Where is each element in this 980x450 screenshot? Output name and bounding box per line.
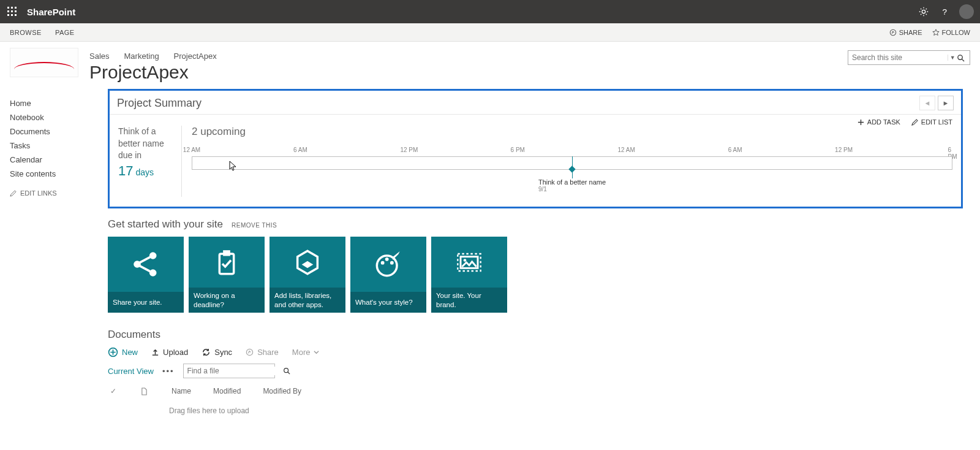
leftnav-home[interactable]: Home [10, 96, 104, 110]
svg-point-23 [385, 257, 389, 261]
svg-rect-5 [15, 10, 17, 12]
card-line3: due in [118, 150, 176, 162]
tile-label: What's your style? [355, 298, 413, 307]
tile-share-site[interactable]: Share your site. [108, 237, 184, 313]
time-label: 6 AM [728, 147, 742, 153]
svg-line-13 [962, 59, 965, 61]
sync-label: Sync [214, 348, 232, 357]
timeline-marker-text: Think of a better name 9/1 [538, 178, 606, 193]
leftnav-sitecontents[interactable]: Site contents [10, 167, 104, 181]
svg-point-9 [922, 10, 925, 13]
current-view-link[interactable]: Current View [108, 367, 154, 376]
svg-point-31 [284, 368, 288, 373]
svg-rect-6 [7, 14, 9, 16]
top-nav-sales[interactable]: Sales [89, 51, 110, 61]
svg-line-17 [140, 257, 151, 262]
ribbon-tab-page[interactable]: PAGE [55, 29, 75, 36]
edit-links-button[interactable]: EDIT LINKS [10, 189, 104, 197]
more-button[interactable]: More [292, 348, 320, 357]
find-file-input[interactable] [184, 367, 283, 375]
documents-title: Documents [108, 329, 963, 341]
timeline-labels: 12 AM6 AM12 PM6 PM12 AM6 AM12 PM6 PM [192, 147, 952, 155]
time-label: 12 AM [183, 147, 200, 153]
column-modifiedby[interactable]: Modified By [263, 387, 301, 395]
brand-label: SharePoint [27, 7, 75, 17]
svg-point-11 [890, 29, 895, 35]
share-doc-button[interactable]: Share [246, 348, 279, 357]
upcoming-heading: 2 upcoming [192, 126, 952, 138]
get-started-title: Get started with your site [108, 218, 223, 231]
marker-date: 9/1 [538, 186, 606, 193]
search-box[interactable]: ▼ [848, 50, 970, 65]
svg-point-16 [149, 269, 157, 276]
svg-rect-1 [11, 7, 13, 9]
leftnav-calendar[interactable]: Calendar [10, 153, 104, 167]
marker-label: Think of a better name [538, 178, 606, 186]
share-label: SHARE [899, 29, 922, 36]
site-title: ProjectApex [89, 62, 217, 83]
timeline-prev-button[interactable]: ◄ [919, 96, 935, 110]
svg-point-22 [381, 261, 385, 265]
find-file-go-icon[interactable] [283, 367, 290, 375]
ribbon-tab-browse[interactable]: BROWSE [10, 29, 42, 36]
tile-brand[interactable]: Your site. Your brand. [431, 237, 507, 313]
sync-button[interactable]: Sync [202, 348, 232, 357]
type-column-icon[interactable] [141, 387, 149, 395]
tile-style[interactable]: What's your style? [350, 237, 426, 313]
search-scope-dropdown-icon[interactable]: ▼ [948, 55, 957, 61]
svg-point-24 [390, 261, 394, 265]
leftnav-documents[interactable]: Documents [10, 124, 104, 139]
top-nav-marketing[interactable]: Marketing [124, 51, 159, 61]
top-nav-projectapex[interactable]: ProjectApex [174, 51, 217, 61]
svg-line-32 [287, 372, 289, 374]
share-doc-label: Share [257, 348, 279, 357]
select-all-icon[interactable]: ✓ [110, 387, 119, 395]
page-head: Sales Marketing ProjectApex ProjectApex … [0, 42, 980, 85]
avatar[interactable] [959, 4, 974, 19]
edit-list-label: EDIT LIST [921, 118, 952, 126]
project-summary-title: Project Summary [117, 97, 202, 110]
ribbon: BROWSE PAGE SHARE FOLLOW [0, 23, 980, 42]
time-label: 6 PM [511, 147, 525, 153]
tile-label: Working on a deadline? [194, 291, 260, 309]
svg-point-12 [958, 55, 962, 59]
view-options-icon[interactable]: ••• [162, 367, 175, 376]
column-modified[interactable]: Modified [213, 387, 241, 395]
tile-add-apps[interactable]: Add lists, libraries, and other apps. [270, 237, 345, 313]
upload-label: Upload [163, 348, 188, 357]
share-button[interactable]: SHARE [889, 29, 922, 36]
suite-bar: SharePoint ? [0, 0, 980, 23]
search-input[interactable] [848, 53, 948, 62]
leftnav-notebook[interactable]: Notebook [10, 110, 104, 124]
leftnav-tasks[interactable]: Tasks [10, 139, 104, 153]
help-icon[interactable]: ? [938, 6, 951, 18]
add-task-button[interactable]: ADD TASK [858, 118, 900, 126]
tile-deadline[interactable]: Working on a deadline? [189, 237, 265, 313]
gear-icon[interactable] [918, 6, 930, 18]
drop-zone[interactable]: Drag files here to upload [169, 406, 963, 415]
top-nav: Sales Marketing ProjectApex [89, 51, 217, 61]
more-label: More [292, 348, 311, 357]
svg-point-15 [149, 252, 157, 259]
new-label: New [122, 348, 138, 357]
svg-rect-3 [7, 10, 9, 12]
timeline-next-button[interactable]: ► [938, 96, 954, 110]
app-launcher-icon[interactable] [6, 6, 18, 18]
card-days-number: 17 [118, 163, 133, 178]
next-task-card: Think of a better name due in 17 days [118, 126, 182, 197]
documents-toolbar: New Upload Sync Share More [108, 347, 963, 357]
get-started-tiles: Share your site. Working on a deadline? … [108, 237, 963, 313]
upload-button[interactable]: Upload [151, 348, 188, 357]
quick-launch: Home Notebook Documents Tasks Calendar S… [0, 85, 104, 197]
edit-list-button[interactable]: EDIT LIST [911, 118, 952, 126]
column-name[interactable]: Name [172, 387, 191, 395]
follow-button[interactable]: FOLLOW [932, 29, 970, 36]
tile-label: Add lists, libraries, and other apps. [274, 291, 341, 309]
time-label: 12 PM [835, 147, 853, 153]
site-logo[interactable] [10, 48, 78, 77]
remove-this-link[interactable]: REMOVE THIS [232, 222, 277, 229]
tile-label: Share your site. [113, 298, 162, 307]
find-file-box[interactable] [183, 364, 275, 378]
new-button[interactable]: New [108, 347, 138, 357]
search-go-icon[interactable] [957, 54, 970, 62]
